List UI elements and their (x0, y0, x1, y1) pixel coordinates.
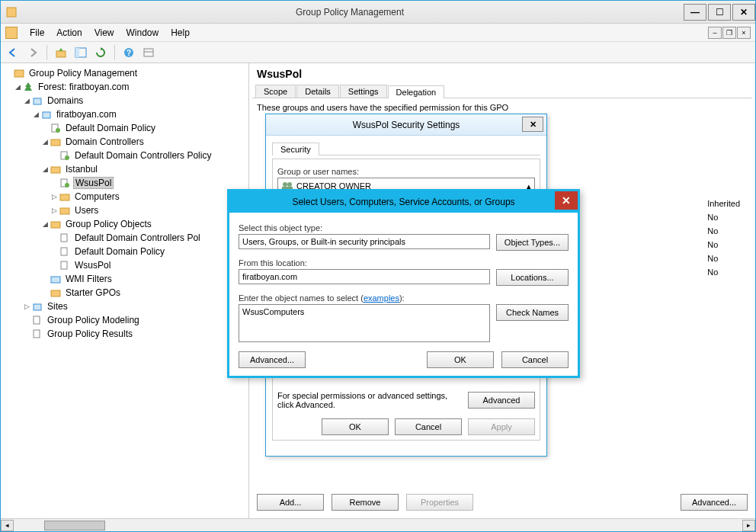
location-field[interactable] (239, 269, 490, 284)
mdi-minimize[interactable]: – (708, 27, 722, 39)
tree-gpo-ddcp[interactable]: Default Domain Controllers Pol (73, 232, 202, 243)
gpo-link-icon (59, 178, 71, 188)
advanced-button[interactable]: Advanced... (681, 494, 748, 511)
tree-sites[interactable]: Sites (46, 301, 69, 312)
tree-wmi[interactable]: WMI Filters (64, 274, 114, 284)
tree-gpo[interactable]: Group Policy Objects (64, 219, 153, 229)
refresh-button[interactable] (91, 44, 110, 61)
svg-rect-28 (34, 316, 40, 324)
object-names-field[interactable] (239, 304, 490, 342)
svg-rect-27 (34, 304, 41, 310)
expander-icon[interactable]: ◢ (40, 138, 50, 146)
svg-rect-8 (14, 70, 24, 77)
tree-gpo-ddp[interactable]: Default Domain Policy (73, 246, 166, 257)
menu-file[interactable]: File (24, 26, 50, 40)
expander-icon[interactable]: ◢ (40, 220, 50, 228)
tree-computers[interactable]: Computers (73, 191, 121, 202)
expander-icon[interactable]: ▷ (50, 193, 59, 200)
examples-link[interactable]: examples (364, 293, 399, 303)
tree-forest[interactable]: Forest: firatboyan.com (37, 82, 130, 92)
dialog2-titlebar[interactable]: Select Users, Computers, Service Account… (229, 191, 578, 213)
mdi-close[interactable]: × (737, 27, 751, 39)
inherited-header: Inherited (707, 199, 740, 213)
tab-security[interactable]: Security (272, 143, 319, 155)
svg-point-18 (65, 183, 69, 187)
dialog-close-button[interactable]: ✕ (522, 117, 543, 132)
inherited-value: No (707, 240, 740, 254)
tab-settings[interactable]: Settings (340, 85, 387, 98)
menu-view[interactable]: View (88, 26, 120, 40)
remove-button[interactable]: Remove (332, 494, 399, 511)
tree-starter[interactable]: Starter GPOs (64, 287, 122, 298)
sec-apply-button[interactable]: Apply (468, 418, 535, 435)
svg-rect-22 (61, 234, 67, 242)
object-types-button[interactable]: Object Types... (496, 234, 569, 251)
help-button[interactable]: ? (120, 44, 138, 61)
inherited-value: No (707, 226, 740, 240)
object-type-field[interactable] (239, 234, 490, 249)
dialog2-close-button[interactable]: ✕ (555, 191, 578, 210)
svg-rect-25 (51, 277, 60, 283)
tree-gpo-wsus[interactable]: WsusPol (73, 260, 112, 271)
svg-point-31 (287, 182, 292, 187)
wmi-icon (50, 274, 62, 284)
dialog-title: WsusPol Security Settings (353, 120, 460, 130)
expander-icon[interactable]: ◢ (22, 97, 31, 104)
sel-ok-button[interactable]: OK (427, 351, 494, 368)
add-button[interactable]: Add... (257, 494, 324, 511)
close-button[interactable]: ✕ (732, 4, 755, 21)
mdi-restore[interactable]: ❐ (722, 27, 736, 39)
ou-icon (50, 136, 62, 147)
scroll-thumb[interactable] (44, 521, 105, 530)
expander-icon[interactable]: ◢ (31, 111, 40, 118)
expander-icon[interactable]: ◢ (13, 83, 22, 91)
tree-modeling[interactable]: Group Policy Modeling (46, 315, 141, 325)
back-button[interactable] (4, 44, 22, 61)
titlebar: Group Policy Management — ☐ ✕ (1, 1, 755, 24)
tree-root[interactable]: Group Policy Management (27, 68, 139, 79)
scroll-right-icon[interactable]: ▸ (742, 520, 755, 531)
tree-ou[interactable]: Istanbul (64, 164, 99, 175)
show-hide-tree-button[interactable] (72, 44, 90, 61)
tab-delegation[interactable]: Delegation (388, 85, 445, 98)
scroll-left-icon[interactable]: ◂ (1, 520, 14, 531)
menu-help[interactable]: Help (165, 26, 196, 40)
tree-results[interactable]: Group Policy Results (46, 328, 134, 339)
expander-icon[interactable]: ◢ (40, 165, 50, 173)
maximize-button[interactable]: ☐ (708, 4, 731, 21)
tree-users[interactable]: Users (73, 205, 100, 216)
up-button[interactable] (52, 44, 70, 61)
tree-ddcp[interactable]: Default Domain Controllers Policy (73, 150, 213, 161)
enter-names-label: Enter the object names to select (exampl… (239, 293, 569, 303)
menu-window[interactable]: Window (120, 26, 165, 40)
sec-cancel-button[interactable]: Cancel (395, 418, 462, 435)
filter-button[interactable] (139, 44, 158, 61)
location-label: From this location: (239, 258, 569, 268)
svg-rect-1 (56, 51, 66, 57)
menu-action[interactable]: Action (50, 26, 88, 40)
tab-details[interactable]: Details (296, 85, 339, 98)
horizontal-scrollbar[interactable]: ◂ ▸ (1, 518, 755, 531)
minimize-button[interactable]: — (684, 4, 706, 21)
expander-icon[interactable]: ▷ (22, 303, 31, 310)
svg-text:?: ? (127, 49, 131, 57)
forward-button[interactable] (24, 44, 42, 61)
tree-dc[interactable]: Domain Controllers (64, 136, 146, 147)
sel-advanced-button[interactable]: Advanced... (239, 351, 306, 368)
tab-scope[interactable]: Scope (255, 85, 296, 98)
dialog-titlebar[interactable]: WsusPol Security Settings ✕ (266, 114, 546, 136)
locations-button[interactable]: Locations... (496, 269, 569, 286)
check-names-button[interactable]: Check Names (496, 304, 569, 321)
tree-domains[interactable]: Domains (46, 95, 85, 106)
sel-cancel-button[interactable]: Cancel (501, 351, 569, 368)
tree-wsuspol[interactable]: WsusPol (73, 177, 114, 189)
properties-button[interactable]: Properties (406, 494, 473, 511)
tree-pane[interactable]: Group Policy Management ◢Forest: firatbo… (1, 63, 249, 518)
expander-icon[interactable]: ▷ (50, 207, 59, 214)
tree-domain[interactable]: firatboyan.com (55, 109, 118, 120)
tree-ddp[interactable]: Default Domain Policy (64, 123, 157, 133)
sec-ok-button[interactable]: OK (322, 418, 389, 435)
svg-point-15 (65, 155, 69, 160)
svg-rect-13 (51, 139, 60, 146)
sec-advanced-button[interactable]: Advanced (468, 392, 535, 409)
